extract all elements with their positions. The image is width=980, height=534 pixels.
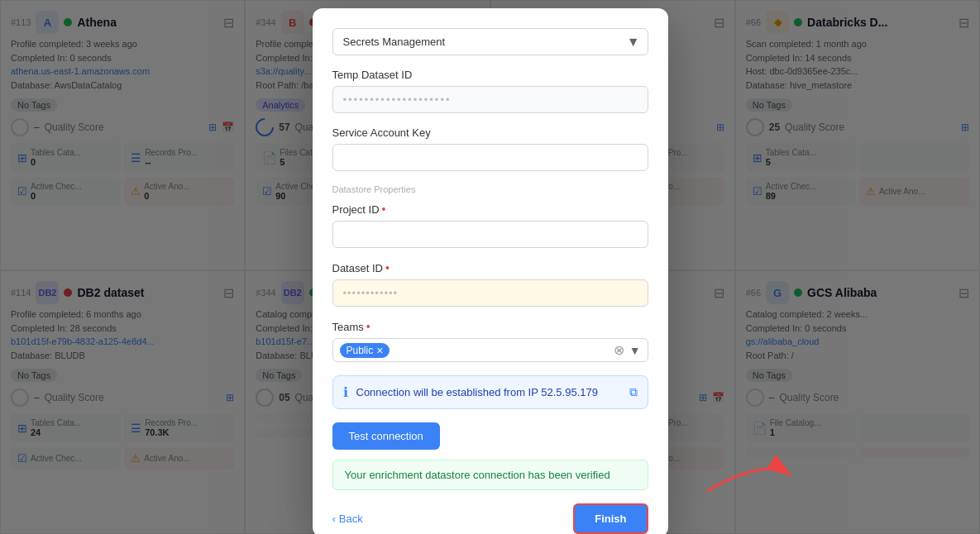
dataset-id-input[interactable] <box>332 279 648 307</box>
secrets-management-group: Secrets Management ▼ <box>332 28 648 55</box>
modal-footer: ‹ Back Finish <box>332 503 648 534</box>
success-banner: Your enrichment datastore connection has… <box>332 460 648 490</box>
expand-teams-icon[interactable]: ▼ <box>629 344 641 357</box>
temp-dataset-id-group: Temp Dataset ID <box>332 69 648 113</box>
project-id-label: Project ID • <box>332 203 648 216</box>
project-id-group: Project ID • <box>332 203 648 248</box>
dataset-id-required: • <box>385 261 390 274</box>
info-icon: ℹ <box>343 384 348 400</box>
dataset-id-group: Dataset ID • <box>332 261 648 307</box>
teams-label: Teams • <box>332 320 648 333</box>
datastore-props-label: Datastore Properties <box>332 184 648 194</box>
secrets-management-select[interactable]: Secrets Management <box>332 28 648 55</box>
modal-overlay: Secrets Management ▼ Temp Dataset ID Ser… <box>0 0 980 534</box>
finish-button[interactable]: Finish <box>573 503 648 534</box>
back-arrow-icon: ‹ <box>332 513 336 525</box>
service-account-key-label: Service Account Key <box>332 126 648 139</box>
project-id-input[interactable] <box>332 221 648 248</box>
copy-ip-icon[interactable]: ⧉ <box>629 385 638 399</box>
back-button[interactable]: ‹ Back <box>332 513 363 525</box>
teams-input[interactable]: Public × ⊗ ▼ <box>332 338 648 362</box>
ip-info-text: Connection will be established from IP 5… <box>356 386 598 398</box>
ip-info-box: ℹ Connection will be established from IP… <box>332 375 648 409</box>
teams-group: Teams • Public × ⊗ ▼ <box>332 320 648 362</box>
teams-required: • <box>366 320 370 333</box>
project-id-required: • <box>382 203 386 216</box>
service-account-key-group: Service Account Key <box>332 126 648 171</box>
teams-controls: ⊗ ▼ <box>614 342 641 358</box>
temp-dataset-id-input[interactable] <box>332 86 648 113</box>
public-tag-chip: Public × <box>340 343 390 358</box>
temp-dataset-id-label: Temp Dataset ID <box>332 69 648 81</box>
modal-dialog: Secrets Management ▼ Temp Dataset ID Ser… <box>313 8 668 534</box>
service-account-key-input[interactable] <box>332 144 648 171</box>
test-connection-button[interactable]: Test connection <box>332 422 440 450</box>
dataset-id-label: Dataset ID • <box>332 261 648 274</box>
clear-teams-icon[interactable]: ⊗ <box>614 342 624 358</box>
public-tag-remove[interactable]: × <box>376 345 383 356</box>
